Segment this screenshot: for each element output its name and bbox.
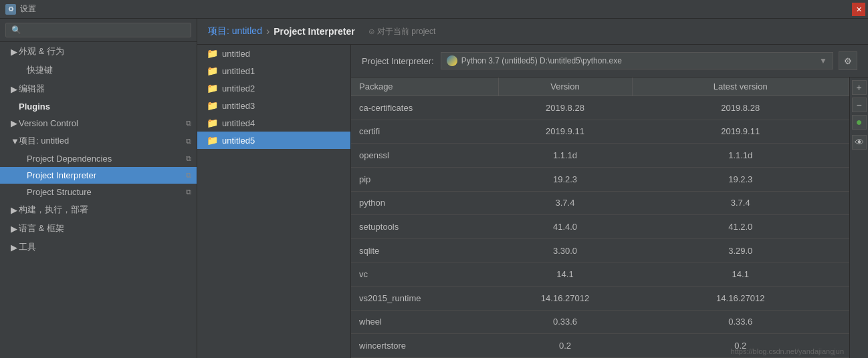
main-container: ▶外观 & 行为 快捷键▶编辑器 Plugins▶Version Control…: [0, 19, 868, 358]
sidebar-item-editor[interactable]: ▶编辑器: [0, 79, 197, 98]
table-container: Package Version Latest version ca-certif…: [351, 77, 849, 358]
expand-arrow: ▶: [11, 224, 17, 234]
col-header-latest: Latest version: [632, 77, 849, 96]
cell-version: 19.2.3: [498, 167, 632, 191]
sidebar-label: 工具: [19, 241, 36, 253]
cell-latest: 14.16.27012: [632, 287, 849, 311]
packages-table: Package Version Latest version ca-certif…: [351, 77, 849, 358]
interpreter-gear-button[interactable]: ⚙: [839, 51, 857, 70]
project-list-item[interactable]: 📁untitled4: [197, 114, 350, 132]
project-list-item[interactable]: 📁untitled2: [197, 79, 350, 97]
cell-version: 3.7.4: [498, 191, 632, 215]
col-header-package: Package: [351, 77, 498, 96]
col-header-version: Version: [498, 77, 632, 96]
sidebar: ▶外观 & 行为 快捷键▶编辑器 Plugins▶Version Control…: [0, 19, 197, 358]
sidebar-label: 快捷键: [27, 64, 53, 76]
copy-icon: ⧉: [186, 154, 191, 163]
content-area: 项目: untitled › Project Interpreter ⊙ 对于当…: [197, 19, 868, 358]
expand-arrow: ▼: [11, 136, 17, 146]
project-list-item[interactable]: 📁untitled3: [197, 97, 350, 114]
table-row[interactable]: vs2015_runtime 14.16.27012 14.16.27012: [351, 287, 849, 311]
cell-package: python: [351, 191, 498, 215]
sidebar-item-project-structure[interactable]: Project Structure⧉: [0, 184, 197, 200]
table-row[interactable]: certifi 2019.9.11 2019.9.11: [351, 120, 849, 144]
cell-package: wheel: [351, 310, 498, 334]
copy-icon: ⧉: [186, 188, 191, 196]
sidebar-item-appearance[interactable]: ▶外观 & 行为: [0, 42, 197, 61]
add-package-button[interactable]: +: [852, 80, 867, 95]
breadcrumb-link[interactable]: 项目: untitled: [208, 25, 262, 37]
cell-latest: 41.2.0: [632, 215, 849, 239]
sidebar-label: 构建，执行，部署: [19, 204, 88, 216]
project-list-item[interactable]: 📁untitled1: [197, 62, 350, 79]
breadcrumb-hint: ⊙ 对于当前 project: [368, 26, 436, 37]
cell-version: 0.33.6: [498, 310, 632, 334]
close-button[interactable]: ✕: [852, 3, 865, 16]
table-row[interactable]: ca-certificates 2019.8.28 2019.8.28: [351, 96, 849, 120]
app-icon: ⚙: [5, 4, 16, 15]
cell-latest: 14.1: [632, 262, 849, 287]
table-header-row: Package Version Latest version: [351, 77, 849, 96]
cell-package: wincertstore: [351, 334, 498, 358]
table-row[interactable]: pip 19.2.3 19.2.3: [351, 167, 849, 191]
sidebar-label: Plugins: [19, 102, 50, 112]
cell-latest: 1.1.1d: [632, 144, 849, 168]
cell-version: 1.1.1d: [498, 144, 632, 168]
table-row[interactable]: wheel 0.33.6 0.33.6: [351, 310, 849, 334]
project-item-label: untitled5: [222, 136, 255, 146]
copy-icon: ⧉: [186, 119, 191, 128]
project-list-item[interactable]: 📁untitled5: [197, 132, 350, 149]
eye-button[interactable]: 👁: [852, 135, 867, 150]
remove-package-button[interactable]: −: [852, 98, 867, 112]
project-item-label: untitled2: [222, 83, 255, 94]
table-row[interactable]: openssl 1.1.1d 1.1.1d: [351, 144, 849, 168]
sidebar-item-build-exec[interactable]: ▶构建，执行，部署: [0, 200, 197, 219]
search-bar: [0, 19, 197, 42]
install-package-button[interactable]: ●: [852, 115, 867, 130]
sidebar-item-plugins[interactable]: Plugins: [0, 98, 197, 115]
sidebar-label: 编辑器: [19, 83, 45, 95]
breadcrumb-header: 项目: untitled › Project Interpreter ⊙ 对于当…: [197, 19, 868, 45]
sidebar-item-shortcuts[interactable]: 快捷键: [0, 61, 197, 79]
interpreter-row: Project Interpreter: Python 3.7 (untitle…: [351, 45, 868, 77]
sidebar-item-project-interpreter[interactable]: Project Interpreter⧉: [0, 167, 197, 184]
sidebar-label: 语言 & 框架: [19, 222, 64, 234]
cell-latest: 3.29.0: [632, 238, 849, 262]
cell-version: 3.30.0: [498, 238, 632, 262]
interpreter-label: Project Interpreter:: [362, 56, 434, 66]
chevron-down-icon: ▼: [819, 56, 827, 65]
copy-icon: ⧉: [186, 171, 191, 180]
search-input[interactable]: [5, 23, 191, 37]
table-row[interactable]: vc 14.1 14.1: [351, 262, 849, 287]
sidebar-label: Project Structure: [27, 187, 92, 197]
sidebar-item-project-deps[interactable]: Project Dependencies⧉: [0, 150, 197, 167]
sidebar-item-version-control[interactable]: ▶Version Control⧉: [0, 115, 197, 132]
table-row[interactable]: sqlite 3.30.0 3.29.0: [351, 238, 849, 262]
cell-version: 41.4.0: [498, 215, 632, 239]
table-row[interactable]: setuptools 41.4.0 41.2.0: [351, 215, 849, 239]
sidebar-item-tools[interactable]: ▶工具: [0, 238, 197, 256]
cell-package: vs2015_runtime: [351, 287, 498, 311]
project-list-item[interactable]: 📁untitled: [197, 45, 350, 62]
python-icon: [447, 55, 457, 66]
project-item-label: untitled1: [222, 66, 255, 76]
sidebar-item-project-untitled[interactable]: ▼项目: untitled⧉: [0, 132, 197, 150]
breadcrumb-current: Project Interpreter: [274, 26, 354, 37]
table-row[interactable]: python 3.7.4 3.7.4: [351, 191, 849, 215]
sidebar-item-lang-framework[interactable]: ▶语言 & 框架: [0, 219, 197, 238]
cell-latest: 3.7.4: [632, 191, 849, 215]
expand-arrow: ▶: [11, 242, 17, 252]
breadcrumb-separator: ›: [266, 25, 269, 37]
cell-package: setuptools: [351, 215, 498, 239]
side-actions: + − ● 👁: [849, 77, 868, 358]
cell-version: 2019.9.11: [498, 120, 632, 144]
expand-arrow: ▶: [11, 47, 17, 57]
cell-version: 14.1: [498, 262, 632, 287]
interpreter-select[interactable]: Python 3.7 (untitled5) D:\untitled5\pyth…: [441, 52, 833, 69]
project-item-label: untitled4: [222, 118, 255, 128]
packages-tbody: ca-certificates 2019.8.28 2019.8.28 cert…: [351, 96, 849, 358]
project-item-label: untitled3: [222, 101, 255, 111]
title-bar-text: 设置: [20, 3, 36, 15]
cell-package: certifi: [351, 120, 498, 144]
sidebar-label: Project Dependencies: [27, 154, 112, 164]
